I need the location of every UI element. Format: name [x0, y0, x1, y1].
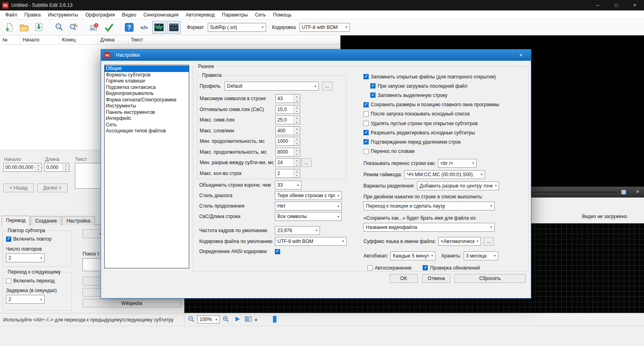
column-text[interactable]: Текст [128, 35, 340, 44]
split-view-icon[interactable] [245, 316, 252, 323]
ansi-detect-checkbox[interactable] [275, 249, 280, 254]
bottom-tab[interactable]: Создание [31, 216, 61, 225]
menu-item[interactable]: Параметры [219, 10, 252, 19]
settings-checkbox[interactable] [370, 83, 376, 89]
zoom-in-icon[interactable] [222, 315, 229, 324]
spin-down-icon[interactable] [294, 141, 300, 146]
save-icon[interactable] [32, 21, 46, 34]
spin-down-icon[interactable] [294, 109, 300, 113]
merge-short-dropdown[interactable]: 33 [275, 181, 301, 189]
spin-up-icon[interactable] [294, 105, 300, 109]
spin-up-icon[interactable] [294, 159, 300, 163]
spin-up-icon[interactable] [63, 163, 69, 167]
delay-dropdown[interactable]: 2 [6, 295, 45, 304]
continuation-style-dropdown[interactable]: Нет [275, 202, 342, 210]
next-button[interactable]: Далее > [37, 183, 68, 192]
default-encoding-dropdown[interactable]: UTF-8 with BOM [275, 237, 347, 246]
fast-forward-icon[interactable]: » [254, 316, 258, 323]
settings-section-item[interactable]: Панель инструментов [105, 109, 189, 116]
double-click-dropdown[interactable]: Переход к позиции и сделать паузу [363, 202, 495, 210]
duration-stepper[interactable]: 0,000 [44, 163, 69, 172]
reset-button[interactable]: Сбросить [454, 274, 526, 283]
spin-down-icon[interactable] [63, 167, 69, 172]
ok-button[interactable]: OK [390, 274, 418, 283]
settings-section-item[interactable]: Видеопроигрыватель [105, 91, 189, 97]
menu-item[interactable]: Правка [21, 10, 45, 19]
open-folder-icon[interactable] [17, 21, 31, 34]
spin-up-icon[interactable] [294, 127, 300, 131]
menu-item[interactable]: Помощь [269, 10, 295, 19]
spin-down-icon[interactable] [294, 152, 300, 156]
settings-section-item[interactable]: Инструменты [105, 103, 189, 109]
menu-item[interactable]: Автоперевод [182, 10, 218, 19]
spin-up-icon[interactable] [294, 169, 300, 173]
back-button[interactable]: < Назад [3, 183, 34, 192]
settings-checkbox[interactable] [363, 102, 369, 107]
rule-stepper[interactable]: 24 [275, 158, 300, 167]
settings-checkbox[interactable] [363, 149, 369, 154]
rule-stepper[interactable]: 43 [275, 94, 300, 103]
bottom-tab[interactable]: Настройка [62, 216, 95, 225]
autosave-checkbox[interactable] [367, 265, 373, 270]
spin-down-icon[interactable] [294, 163, 300, 167]
encoding-dropdown[interactable]: UTF-8 with BOM [299, 23, 350, 32]
profile-dropdown[interactable]: Default [225, 82, 319, 91]
wikipedia-button[interactable]: Wikipedia [83, 299, 181, 307]
menu-item[interactable]: Инструменты [44, 10, 82, 19]
zoom-out-icon[interactable] [188, 315, 195, 324]
help-icon[interactable]: ? [122, 21, 136, 34]
video-volume-thumb[interactable] [621, 189, 626, 195]
dialog-close-icon[interactable]: × [514, 52, 528, 58]
video-toggle-icon[interactable] [167, 21, 181, 34]
cps-length-dropdown[interactable]: Все символы [275, 212, 342, 221]
line-break-dropdown[interactable]: <br /> [438, 159, 477, 168]
column-duration[interactable]: Длина [98, 35, 128, 44]
settings-checkbox[interactable] [363, 74, 369, 79]
source-view-icon[interactable]: </> [137, 21, 151, 34]
settings-section-item[interactable]: Форма сигнала/Спектрограмма [105, 97, 189, 103]
rule-stepper[interactable]: 8000 [275, 148, 300, 157]
menu-item[interactable]: Синхронизация [140, 10, 182, 19]
profile-more-button[interactable]: ... [322, 82, 332, 91]
repeat-count-dropdown[interactable]: 2 [6, 253, 45, 262]
spin-down-icon[interactable] [294, 173, 300, 177]
new-file-icon[interactable] [2, 21, 16, 34]
cancel-button[interactable]: Отмена [422, 274, 450, 283]
autobackup-dropdown[interactable]: Каждые 5 минут [390, 251, 436, 260]
menu-item[interactable]: Файл [2, 10, 21, 19]
menu-item[interactable]: Сеть [252, 10, 270, 19]
rule-stepper[interactable]: 15,0 [275, 105, 300, 114]
rule-stepper[interactable]: 400 [275, 126, 300, 135]
rule-stepper[interactable]: 1000 [275, 137, 300, 146]
spin-up-icon[interactable] [35, 163, 41, 167]
menu-item[interactable]: Видео [118, 10, 140, 19]
settings-section-item[interactable]: Сеть [105, 122, 189, 128]
spin-up-icon[interactable] [294, 116, 300, 120]
menu-item[interactable]: Орфография [82, 10, 118, 19]
split-variants-dropdown[interactable]: Добавить разрыв по центру точки р [417, 181, 499, 190]
play-icon[interactable] [234, 316, 241, 323]
minimize-icon[interactable]: ─ [588, 0, 607, 10]
waveform-toggle-icon[interactable] [152, 21, 166, 34]
save-as-dropdown[interactable]: Названия видеофайла [363, 223, 495, 232]
timecode-dropdown[interactable]: ЧЧ:ММ:СС.МС (00:00:01.500) [405, 170, 485, 179]
language-suffix-dropdown[interactable]: <Автоматически> [438, 237, 481, 246]
video-forward-icon[interactable]: » [636, 188, 639, 194]
rule-stepper[interactable]: 25,0 [275, 115, 300, 124]
column-start[interactable]: Начало [20, 35, 60, 44]
settings-section-item[interactable]: Горячие клавиши [105, 78, 189, 84]
start-time-stepper[interactable]: 00:00:00,000 [3, 163, 42, 172]
find-icon[interactable] [52, 21, 66, 34]
zoom-level-dropdown[interactable]: 100% [197, 315, 220, 323]
column-number[interactable]: № [0, 35, 20, 44]
settings-section-item[interactable]: Подсветка синтаксиса [105, 84, 189, 91]
framerate-dropdown[interactable]: 23,976 [275, 226, 320, 235]
close-icon[interactable]: × [625, 0, 644, 10]
dialog-style-dropdown[interactable]: Тире обеим строкам с пробел [275, 191, 342, 200]
spin-down-icon[interactable] [294, 99, 300, 103]
settings-section-item[interactable]: Интерфейс [105, 115, 189, 122]
check-updates-checkbox[interactable] [423, 265, 428, 270]
settings-checkbox[interactable] [363, 121, 369, 126]
settings-section-item[interactable]: Форматы субтитров [105, 72, 189, 78]
replace-icon[interactable] [67, 21, 81, 34]
